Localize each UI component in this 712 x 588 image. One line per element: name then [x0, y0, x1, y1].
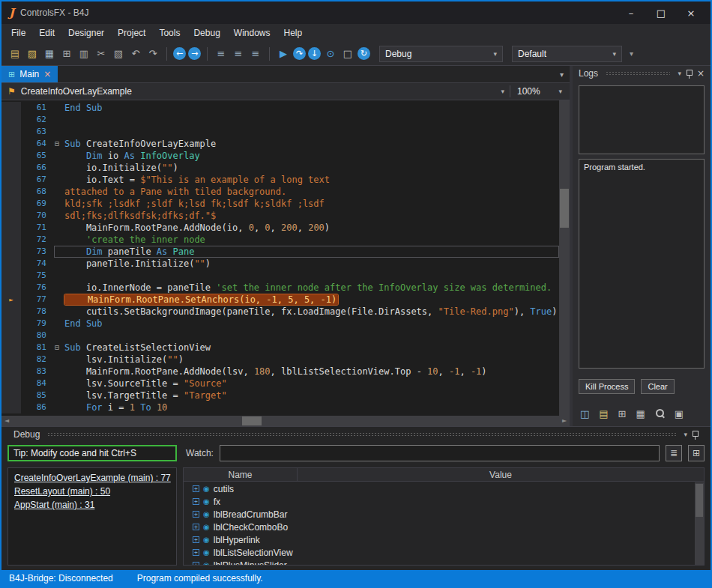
save-icon[interactable]: ▦ [42, 46, 57, 61]
code-text[interactable] [54, 330, 559, 342]
logs-header[interactable]: Logs ▾ × [573, 66, 711, 81]
code-text[interactable]: lsv.Initialize("") [54, 354, 559, 366]
chevron-down-icon[interactable]: ▾ [678, 70, 681, 77]
breakpoint-gutter[interactable] [1, 270, 21, 282]
code-text[interactable]: io.Initialize("") [54, 162, 559, 174]
watch-row[interactable]: +◉lblPlusMinusSlider [184, 559, 695, 565]
breakpoint-gutter[interactable] [1, 198, 21, 210]
code-text[interactable]: cutils.SetBackgroundImage(paneTile, fx.L… [54, 306, 559, 318]
value-column-header[interactable]: Value [298, 468, 704, 481]
menu-item-tools[interactable]: Tools [152, 25, 187, 40]
breakpoint-gutter[interactable] [1, 330, 21, 342]
build-configuration-dropdown[interactable]: Debug ▾ [379, 46, 503, 62]
restart-icon[interactable]: ↻ [357, 47, 370, 60]
split-view-icon[interactable]: ◫ [580, 408, 589, 419]
editor-vertical-scrollbar[interactable] [559, 100, 570, 416]
expand-icon[interactable]: + [193, 511, 199, 518]
code-text[interactable]: Dim io As InfoOverlay [54, 150, 559, 162]
close-icon[interactable]: × [697, 68, 705, 79]
code-text[interactable]: io.InnerNode = paneTile 'set the inner n… [54, 282, 559, 294]
breakpoint-gutter[interactable] [1, 222, 21, 234]
vertical-scroll-thumb[interactable] [560, 189, 569, 228]
code-text[interactable] [54, 126, 559, 138]
logs-output[interactable]: Program started. [579, 159, 705, 369]
menu-item-debug[interactable]: Debug [187, 25, 226, 40]
breakpoint-gutter[interactable] [1, 126, 21, 138]
watch-row[interactable]: +◉fx [184, 495, 695, 508]
add-watch-button[interactable]: ⊞ [688, 445, 705, 461]
stack-frame-link[interactable]: ResetLayout (main) : 50 [14, 485, 110, 498]
current-statement-arrow-icon[interactable]: ► [1, 294, 21, 306]
maximize-button[interactable]: □ [649, 7, 673, 19]
open-project-icon[interactable]: ▨ [25, 46, 40, 61]
windows-pane-icon[interactable]: ▣ [675, 408, 684, 419]
breakpoint-gutter[interactable] [1, 390, 21, 401]
tab-list-chevron-icon[interactable]: ▾ [560, 70, 564, 79]
modules-pane-icon[interactable]: ▤ [599, 408, 608, 419]
watch-list-button[interactable]: ≣ [666, 445, 682, 461]
menu-item-help[interactable]: Help [277, 25, 310, 40]
undo-icon[interactable]: ↶ [128, 46, 143, 61]
navigate-forward-icon[interactable]: → [188, 47, 201, 60]
menu-item-project[interactable]: Project [111, 25, 152, 40]
watch-row[interactable]: +◉lblBreadCrumbBar [184, 508, 695, 521]
menu-item-designer[interactable]: Designer [61, 25, 111, 40]
step-into-icon[interactable]: ↓ [308, 47, 321, 60]
stack-frame-link[interactable]: AppStart (main) : 31 [14, 498, 94, 512]
sub-selector-bar[interactable]: ⚑ CreateInfoOverLayExample ▾ 100% ▾ [1, 82, 570, 100]
scroll-right-icon[interactable]: ► [559, 416, 570, 426]
expand-icon[interactable]: + [193, 524, 199, 530]
code-text[interactable]: sdl;fks;dlfksdfsk;dfks;df."$ [54, 210, 559, 222]
code-text[interactable] [54, 270, 559, 282]
breakpoint-gutter[interactable] [1, 401, 21, 413]
breakpoint-gutter[interactable] [1, 210, 21, 222]
menu-item-windows[interactable]: Windows [227, 25, 277, 40]
tab-close-icon[interactable]: × [43, 69, 51, 79]
code-text[interactable]: attached to a Pane with tiled background… [54, 186, 559, 198]
run-icon[interactable]: ▶ [276, 46, 291, 61]
designer-icon[interactable]: ⊞ [59, 46, 74, 61]
code-text[interactable]: MainForm.RootPane.SetAnchors(io, -1, 5, … [54, 294, 559, 306]
breakpoint-gutter[interactable] [1, 378, 21, 390]
toolbar-overflow-icon[interactable]: ▾ [630, 49, 633, 58]
horizontal-scroll-track[interactable] [12, 416, 559, 426]
stop-icon[interactable]: □ [340, 46, 355, 61]
clear-logs-button[interactable]: Clear [641, 379, 674, 394]
fold-collapse-icon[interactable]: ⊟ [55, 342, 59, 354]
watch-row[interactable]: +◉cutils [184, 482, 695, 495]
breakpoint-gutter[interactable] [1, 306, 21, 318]
breakpoint-gutter[interactable] [1, 234, 21, 246]
find-references-icon[interactable]: ≡ [231, 46, 246, 61]
breakpoint-gutter[interactable] [1, 282, 21, 294]
step-over-icon[interactable]: ↷ [293, 47, 306, 60]
expand-icon[interactable]: + [193, 498, 199, 505]
code-editor[interactable]: 61End Sub626364⊟Sub CreateInfoOverLayExa… [1, 100, 570, 416]
copy-icon[interactable]: ▥ [76, 46, 91, 61]
expand-icon[interactable]: + [193, 562, 199, 565]
breakpoint-icon[interactable]: ⊙ [323, 46, 338, 61]
watch-row[interactable]: +◉lblListSelectionView [184, 546, 695, 559]
expand-icon[interactable]: + [193, 485, 199, 492]
editor-horizontal-scrollbar[interactable]: ◄ ► [1, 416, 570, 426]
navigate-back-icon[interactable]: ← [173, 47, 186, 60]
code-text[interactable]: paneTile.Initialize("") [54, 258, 559, 270]
members-list-icon[interactable]: ≡ [214, 46, 229, 61]
watch-scroll-thumb[interactable] [696, 484, 703, 517]
stack-frame-link[interactable]: CreateInfoOverLayExample (main) : 77 [14, 471, 171, 485]
breakpoint-gutter[interactable] [1, 354, 21, 366]
chevron-down-icon[interactable]: ▾ [501, 88, 504, 95]
run-configuration-dropdown[interactable]: Default ▾ [512, 46, 622, 62]
redo-icon[interactable]: ↷ [145, 46, 160, 61]
breakpoint-gutter[interactable] [1, 366, 21, 378]
logs-pane-icon[interactable]: ▦ [636, 408, 645, 419]
logs-filter-box[interactable] [579, 85, 705, 154]
horizontal-scroll-thumb[interactable] [242, 416, 262, 425]
debug-header[interactable]: Debug ▾ [7, 427, 705, 442]
breakpoint-gutter[interactable] [1, 150, 21, 162]
code-text[interactable]: MainForm.RootPane.AddNode(lsv, 180, lblL… [54, 366, 559, 378]
tab-main[interactable]: ⊞ Main × [1, 66, 58, 82]
pin-icon[interactable] [686, 69, 693, 79]
breakpoint-gutter[interactable] [1, 186, 21, 198]
watch-scrollbar[interactable] [695, 482, 704, 565]
watch-row[interactable]: +◉lblCheckComboBo [184, 521, 695, 533]
